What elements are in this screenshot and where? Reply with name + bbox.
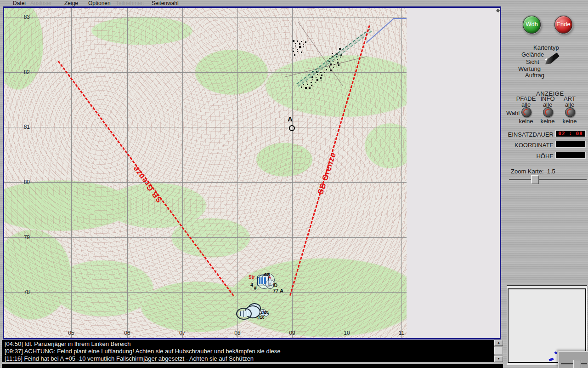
hoehe-display <box>555 152 586 159</box>
unit-symbol-apc <box>236 308 252 320</box>
grid-line-vertical <box>401 8 402 338</box>
zoom-value: 1.5 <box>547 168 555 175</box>
map-marker-a-point <box>289 125 295 131</box>
wdh-button[interactable]: Wdh <box>523 16 541 34</box>
kartentyp-option-auftrag[interactable]: Auftrag <box>525 72 544 79</box>
unit-label: 77 A <box>273 288 283 293</box>
building-dot <box>301 41 302 42</box>
map-marker-a-label: A <box>288 115 293 123</box>
zoom-label-text: Zoom Karte: <box>511 168 544 175</box>
grid-line-vertical <box>347 8 347 338</box>
ende-button[interactable]: Ende <box>554 16 572 34</box>
building-dot <box>339 48 341 50</box>
zoom-karte-label: Zoom Karte: 1.5 <box>511 168 555 175</box>
building-dot <box>333 67 334 68</box>
map-window: SB Grenze SB Grenze A △ Str e ⊕B 4 # /D <box>3 6 501 339</box>
bottom-strip <box>2 364 503 368</box>
anzeige-option-keine: keine <box>556 118 583 125</box>
menu-item-seitenwahl[interactable]: Seitenwahl <box>152 0 179 6</box>
menu-item-auslöser: Auslöser <box>30 0 52 6</box>
building-dot <box>305 41 306 43</box>
building-dot <box>312 79 313 80</box>
zoom-slider-track[interactable] <box>509 179 587 180</box>
building-dot <box>315 82 316 83</box>
building-dot <box>332 53 333 54</box>
log-message: [09:37] ACHTUNG: Feind plant eine Luftla… <box>2 347 494 355</box>
building-dot <box>297 49 298 50</box>
grid-line-vertical <box>182 8 183 338</box>
grid-line-horizontal <box>4 127 407 127</box>
building-dot <box>321 75 322 76</box>
building-dot <box>317 74 318 75</box>
overview-unit-mark <box>554 351 557 354</box>
grid-x-label: 10 <box>342 330 352 336</box>
menu-item-optionen[interactable]: Optionen <box>88 0 111 6</box>
grid-line-horizontal <box>4 72 407 73</box>
building-dot <box>303 46 304 47</box>
grid-line-horizontal <box>4 292 407 293</box>
building-dot <box>311 85 312 86</box>
building-dot <box>316 77 317 78</box>
building-dot <box>295 46 296 46</box>
building-dot <box>333 61 334 62</box>
building-dot <box>317 79 318 81</box>
grid-y-label: 81 <box>17 124 30 130</box>
unit-label: ⊕B <box>264 272 270 277</box>
grid-x-label: 06 <box>122 330 132 336</box>
app-screen: DateiAuslöserZeigeOptionenTeilnehmer:Sei… <box>0 0 588 368</box>
menu-item-teilnehmer: Teilnehmer: <box>116 0 144 6</box>
grid-y-label: 80 <box>17 179 30 185</box>
anzeige-knob-info[interactable] <box>543 107 553 117</box>
menu-item-datei[interactable]: Datei <box>13 0 26 6</box>
kartentyp-option-gelaende[interactable]: Gelände <box>521 51 544 58</box>
map-corner-glyph <box>496 9 500 12</box>
anzeige-knob-pfade[interactable] <box>521 107 531 117</box>
map-terrain[interactable]: SB Grenze SB Grenze A △ Str e ⊕B 4 # /D <box>4 8 407 338</box>
grid-line-vertical <box>71 8 72 338</box>
building-dot <box>299 43 300 45</box>
knob-pointer <box>566 108 575 117</box>
building-dot <box>337 59 338 60</box>
grid-x-label: 07 <box>177 330 187 336</box>
koordinate-display <box>555 141 586 148</box>
unit-cluster-1[interactable]: △ Str e ⊕B 4 # /D 77 A <box>245 270 296 298</box>
grid-x-label: 05 <box>66 330 76 336</box>
building-dot <box>320 77 322 79</box>
building-dot <box>295 43 296 44</box>
knob-pointer <box>544 108 553 117</box>
building-dot <box>306 81 307 82</box>
scrollbar-thumb[interactable] <box>494 347 503 354</box>
scroll-down-button[interactable]: ▼ <box>494 356 503 362</box>
zoom-slider-thumb[interactable] <box>531 175 539 184</box>
menu-item-zeige[interactable]: Zeige <box>64 0 78 6</box>
grid-line-horizontal <box>4 182 407 183</box>
boundary-label-right: SB Grenze <box>312 139 342 208</box>
grid-line-horizontal <box>4 17 407 17</box>
anzeige-group-art: ARTallekeine <box>556 94 583 127</box>
einsatzdauer-display: 02 : 08 <box>555 130 586 137</box>
building-dot <box>320 72 322 73</box>
corner-slider-thumb[interactable] <box>573 360 581 368</box>
building-dot <box>299 46 301 48</box>
building-dot <box>340 57 341 58</box>
unit-label: 2/10 <box>260 310 269 315</box>
building-dot <box>303 84 304 85</box>
stream-line <box>393 18 407 19</box>
building-dot <box>305 87 307 89</box>
unit-label: # <box>254 286 257 291</box>
building-dot <box>307 84 308 85</box>
grid-y-label: 83 <box>17 14 30 20</box>
kartentyp-option-wertung[interactable]: Wertung <box>518 65 541 72</box>
log-scrollbar[interactable]: ▲ ▼ <box>494 340 503 362</box>
unit-cluster-2[interactable]: 2/10 4/10 <box>234 301 280 323</box>
unit-label: 4/10 <box>256 315 265 320</box>
anzeige-knob-art[interactable] <box>565 107 575 117</box>
kartentyp-option-sicht[interactable]: Sicht <box>526 58 539 65</box>
grid-x-label: 11 <box>396 330 407 336</box>
building-dot <box>301 52 302 53</box>
building-dot <box>326 69 327 70</box>
scroll-up-button[interactable]: ▲ <box>494 340 503 346</box>
grid-line-vertical <box>237 8 238 338</box>
grid-line-vertical <box>127 8 128 338</box>
building-dot <box>293 48 294 49</box>
